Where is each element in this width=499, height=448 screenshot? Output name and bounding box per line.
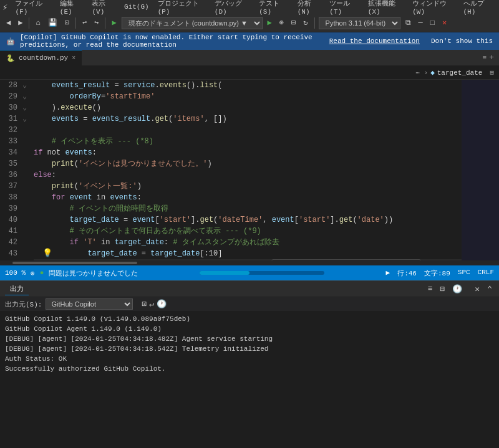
file-selector[interactable]: 現在のドキュメント (countdown.py) ▼: [122, 17, 263, 29]
output-header: 出力 ≡ ⊟ 🕐 ✕ ⌃: [0, 281, 499, 297]
code-line: # そのイベントまで何日あるかを調べて表示 --- (*9): [34, 226, 462, 237]
code-line: print('イベントは見つかりませんでした。'): [34, 158, 462, 169]
breadcrumb-item[interactable]: target_date: [437, 69, 483, 77]
line-numbers: 28 29 30 31 32 33 34 35 36 37 38 39 40 4…: [0, 80, 22, 260]
output-action-align[interactable]: ≡: [426, 283, 435, 295]
output-actions: ≡ ⊟ 🕐 ✕ ⌃: [426, 283, 494, 295]
app-logo: ⚡: [2, 2, 7, 12]
gutter: ⌄ ⌄ ⌄ ⌄: [22, 80, 31, 260]
output-wrap-icon[interactable]: ↵: [149, 299, 154, 309]
output-action-close[interactable]: ✕: [473, 283, 482, 295]
toolbar-sep-3: [105, 17, 105, 29]
tab-filename: countdown.py: [19, 54, 68, 62]
toolbar-maximize[interactable]: □: [428, 17, 437, 29]
scroll-thumb[interactable]: [200, 271, 250, 275]
status-encoding: SPC: [458, 269, 470, 278]
menu-extensions[interactable]: 拡張機能(X): [364, 0, 407, 17]
toolbar-stop[interactable]: ⊟: [289, 17, 298, 29]
menu-window[interactable]: ウィンドウ(W): [409, 0, 458, 17]
minimap-canvas: [462, 80, 499, 260]
code-line: print('イベント一覧:'): [34, 181, 462, 192]
toolbar-save[interactable]: 💾: [46, 17, 60, 29]
fold-icon-1[interactable]: ⌄: [22, 80, 31, 91]
menu-bar: ⚡ ファイル(F) 編集(E) 表示(V) Git(G) プロジェクト(P) デ…: [0, 0, 499, 14]
menu-help[interactable]: ヘルプ(H): [460, 0, 497, 17]
menu-edit[interactable]: 編集(E): [56, 0, 87, 17]
output-content: GitHub Copilot 1.149.0 (v1.149.0.089a0f7…: [0, 312, 499, 374]
output-action-chevron[interactable]: ⌃: [485, 283, 494, 295]
tab-bar: 🐍 countdown.py × ≡ +: [0, 50, 499, 66]
breadcrumb: ⋯ › ◆ target_date: [415, 69, 482, 77]
toolbar-home[interactable]: ⌂: [33, 17, 42, 29]
status-line: 行:46: [397, 269, 417, 278]
code-line: orderBy='startTime': [34, 91, 462, 102]
ai-warning-tooltip: AIの提案は不正確である可能性があります。: [271, 259, 421, 260]
new-tab-button[interactable]: +: [489, 53, 494, 62]
info-bar-message: [Copilot] GitHub Copilot is now enabled.…: [20, 34, 324, 49]
status-bar: 100 % ⊕ ● 問題は見つかりませんでした ▶ 行:46 文字:89 SPC…: [0, 265, 499, 280]
code-line: for event in events:: [34, 192, 462, 203]
toolbar-attach[interactable]: ⊕: [277, 17, 286, 29]
menu-analyze[interactable]: 分析(N): [294, 0, 325, 17]
fold-icon-2[interactable]: ⌄: [22, 91, 31, 102]
toolbar-back[interactable]: ◀: [4, 17, 13, 29]
lightbulb-icon[interactable]: 💡: [42, 248, 52, 259]
tab-bar-overflow[interactable]: ≡: [483, 54, 487, 62]
code-line: target_date = event['start'].get('dateTi…: [34, 214, 462, 226]
python-selector[interactable]: Python 3.11 (64-bit): [319, 17, 400, 29]
output-panel: 出力 ≡ ⊟ 🕐 ✕ ⌃ 出力元(S): GitHub Copilot ⊡ ↵ …: [0, 280, 499, 374]
toolbar-window[interactable]: ⧉: [403, 17, 414, 29]
toolbar: ◀ ▶ ⌂ 💾 ⊡ ↩ ↪ ▶ 現在のドキュメント (countdown.py)…: [0, 14, 499, 32]
tab-countdown-py[interactable]: 🐍 countdown.py ×: [0, 50, 82, 65]
code-line: if not events:: [34, 147, 462, 158]
scrollbar-thumb[interactable]: [12, 262, 137, 264]
code-line: ).execute(): [34, 102, 462, 113]
fold-icon-3[interactable]: ⌄: [22, 102, 31, 113]
play-icon[interactable]: ▶: [386, 269, 390, 278]
menu-project[interactable]: プロジェクト(P): [154, 0, 210, 17]
toolbar-undo[interactable]: ↩: [80, 17, 89, 29]
no-problems-icon: ●: [40, 269, 44, 277]
output-action-clock[interactable]: 🕐: [450, 283, 464, 295]
output-action-split[interactable]: ⊟: [438, 283, 447, 295]
toolbar-sep-4: [314, 17, 315, 29]
scroll-indicator[interactable]: [144, 271, 379, 275]
status-left: 100 % ⊕ ● 問題は見つかりませんでした: [5, 269, 138, 278]
dont-show-button[interactable]: Don't show this: [431, 37, 493, 45]
code-line: # イベントの開始時間を取得: [34, 203, 462, 214]
fold-icon-4[interactable]: ⌄: [22, 113, 31, 125]
horizontal-scrollbar[interactable]: [0, 260, 499, 265]
menu-view[interactable]: 表示(V): [88, 0, 119, 17]
tab-close-button[interactable]: ×: [72, 55, 75, 62]
split-editor-button[interactable]: ⊞: [490, 69, 494, 77]
status-col: 文字:89: [424, 269, 450, 278]
toolbar-restart[interactable]: ↻: [301, 17, 310, 29]
read-docs-link[interactable]: Read the documentation: [329, 37, 420, 45]
output-toolbar: ⊡ ↵ 🕐: [142, 299, 167, 309]
output-copy-icon[interactable]: ⊡: [142, 299, 147, 309]
output-clock-icon[interactable]: 🕐: [157, 299, 167, 309]
code-line: if 'T' in target_date: # タイムスタンプがあれば除去: [34, 237, 462, 248]
toolbar-debug[interactable]: ▶: [265, 17, 274, 29]
editor-wrapper: ⋯ › ◆ target_date ⊞ 28 29 30 31 32 33 34…: [0, 66, 499, 265]
remote-icon: ⊕: [31, 269, 35, 277]
toolbar-redo[interactable]: ↪: [92, 17, 101, 29]
code-content[interactable]: events_result = service.events().list( o…: [31, 80, 462, 260]
menu-file[interactable]: ファイル(F): [11, 0, 54, 17]
menu-git[interactable]: Git(G): [120, 2, 153, 12]
chevron-icon: ⋯ ›: [415, 69, 428, 77]
code-line: # イベントを表示 --- (*8): [34, 136, 462, 147]
toolbar-close[interactable]: ✕: [440, 17, 449, 29]
breadcrumb-bar: ⋯ › ◆ target_date ⊞: [0, 66, 499, 80]
toolbar-forward[interactable]: ▶: [16, 17, 25, 29]
output-source-select[interactable]: GitHub Copilot: [46, 298, 133, 310]
toolbar-minimize[interactable]: —: [416, 17, 425, 29]
output-tab[interactable]: 出力: [5, 283, 29, 295]
menu-tools[interactable]: ツール(T): [326, 0, 363, 17]
menu-debug[interactable]: デバッグ(D): [211, 0, 254, 17]
code-line: events = events_result.get('items', []): [34, 113, 462, 125]
minimap: [462, 80, 499, 260]
toolbar-run-icon: ▶: [109, 17, 119, 29]
toolbar-save-all[interactable]: ⊡: [62, 17, 72, 29]
menu-test[interactable]: テスト(S): [255, 0, 293, 17]
